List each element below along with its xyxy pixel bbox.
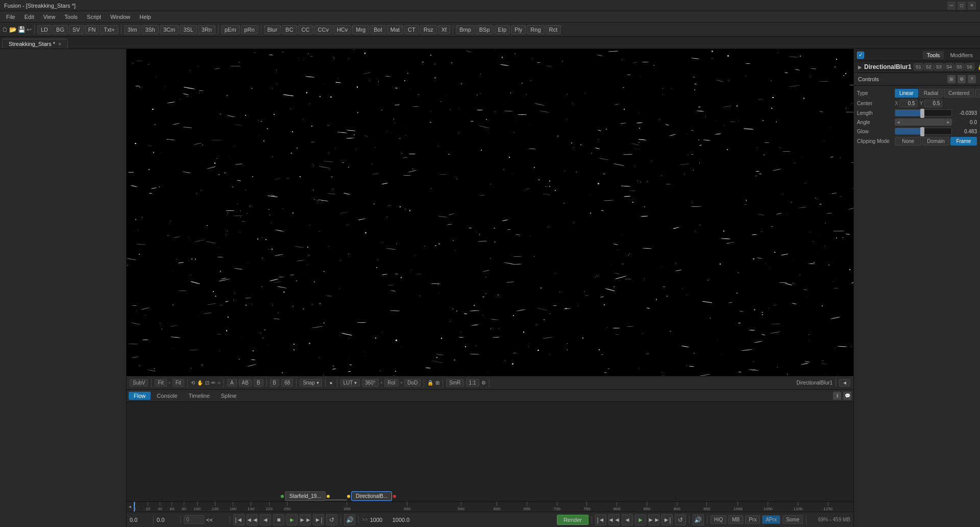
inspector-tab-modifiers[interactable]: Modifiers <box>946 51 977 59</box>
viewer-subv-btn[interactable]: SubV <box>130 379 148 387</box>
node-id-s2[interactable]: S2 <box>924 63 934 70</box>
viewer-transform-icon[interactable]: ⟲ <box>191 380 195 386</box>
new-icon[interactable]: 🗋 <box>2 26 8 33</box>
flow-icon-2[interactable]: 💬 <box>843 392 851 400</box>
toolbar-ccv[interactable]: CCv <box>314 25 332 34</box>
menu-script[interactable]: Script <box>83 13 105 21</box>
node-expand-icon[interactable]: ▶ <box>858 64 862 70</box>
toolbar-bmp[interactable]: Bmp <box>456 25 475 34</box>
transport-prev-frame-btn[interactable]: ◄◄ <box>247 514 258 525</box>
prx-btn[interactable]: Prx <box>745 515 760 524</box>
toolbar-3sh[interactable]: 3Sh <box>141 25 159 34</box>
viewer-360-btn[interactable]: 360° <box>362 379 379 387</box>
viewer-lut-btn[interactable]: LUT ▾ <box>340 379 360 387</box>
node-starfield-body[interactable]: Starfield_19... <box>285 491 326 501</box>
toolbar-hcv[interactable]: HCv <box>333 25 351 34</box>
type-btn-linear[interactable]: Linear <box>895 89 918 98</box>
menu-help[interactable]: Help <box>135 13 155 21</box>
viewer-draw-icon[interactable]: ✏ <box>211 380 215 386</box>
viewer-circle-icon[interactable]: ○ <box>217 380 220 386</box>
transport-stop-btn[interactable]: ■ <box>273 514 284 525</box>
toolbar-ld[interactable]: LD <box>37 25 52 34</box>
save-icon[interactable]: 💾 <box>18 26 26 33</box>
transport-frame-input[interactable] <box>184 515 204 524</box>
type-btn-zoom[interactable]: Zoom <box>975 89 980 98</box>
toolbar-3sl[interactable]: 3SL <box>180 25 197 34</box>
node-id-s4[interactable]: S4 <box>944 63 954 70</box>
toolbar-rsz[interactable]: Rsz <box>420 25 437 34</box>
nav-btn-4[interactable]: ► <box>635 514 646 525</box>
node-directionalblur-body[interactable]: DirectionalB... <box>351 491 392 501</box>
aprx-btn[interactable]: APrx <box>762 515 780 524</box>
center-x-val[interactable]: 0.5 <box>899 100 918 107</box>
controls-icon-2[interactable]: ⚙ <box>958 75 966 83</box>
transport-next-frame-btn[interactable]: ►► <box>300 514 311 525</box>
toolbar-bol[interactable]: BoI <box>370 25 386 34</box>
toolbar-ct[interactable]: CT <box>404 25 419 34</box>
transport-play-rev-btn[interactable]: ◄ <box>260 514 271 525</box>
toolbar-3rn[interactable]: 3Rn <box>198 25 215 34</box>
viewer-smr-btn[interactable]: SmR <box>446 379 463 387</box>
viewer-snap-btn[interactable]: Snap ▾ <box>300 379 322 387</box>
viewer-b2-btn[interactable]: B <box>270 379 280 387</box>
toolbar-pem[interactable]: pEm <box>221 25 240 34</box>
nav-btn-loop[interactable]: ↺ <box>675 514 686 525</box>
nav-btn-6[interactable]: ►| <box>662 514 673 525</box>
transport-to-end-btn[interactable]: ►| <box>313 514 324 525</box>
toolbar-sv[interactable]: SV <box>69 25 84 34</box>
maximize-btn[interactable]: □ <box>958 2 966 10</box>
hiq-btn[interactable]: HiQ <box>710 515 726 524</box>
viewer-lock-icon[interactable]: 🔒 <box>427 380 433 386</box>
toolbar-mrg[interactable]: Mrg <box>352 25 369 34</box>
toolbar-3im[interactable]: 3Im <box>124 25 140 34</box>
open-icon[interactable]: 📂 <box>9 26 17 33</box>
toolbar-xf[interactable]: Xf <box>438 25 450 34</box>
viewer-b-btn[interactable]: B <box>254 379 263 387</box>
viewer-dot-btn[interactable]: ● <box>329 380 334 386</box>
glow-slider[interactable] <box>895 128 952 135</box>
minimize-btn[interactable]: ─ <box>947 2 955 10</box>
transport-play-btn[interactable]: ► <box>286 514 298 525</box>
flow-tab-flow[interactable]: Flow <box>129 392 151 400</box>
toolbar-ply[interactable]: Ply <box>511 25 526 34</box>
viewer-fit2-btn[interactable]: Fit <box>173 379 184 387</box>
toolbar-elp[interactable]: EIp <box>495 25 510 34</box>
toolbar-blur[interactable]: Blur <box>264 25 281 34</box>
center-y-val[interactable]: 0.5 <box>924 100 942 107</box>
toolbar-fn[interactable]: FN <box>85 25 100 34</box>
viewer-collapse-btn[interactable]: ◄ <box>839 379 850 387</box>
node-id-s3[interactable]: S3 <box>934 63 944 70</box>
controls-icon-1[interactable]: ⊞ <box>947 75 955 83</box>
tab-close-btn[interactable]: × <box>58 41 61 47</box>
viewer-dod-btn[interactable]: DoD <box>404 379 421 387</box>
flow-tab-spline[interactable]: Spline <box>216 392 242 400</box>
menu-tools[interactable]: Tools <box>60 13 82 21</box>
clip-btn-frame[interactable]: Frame <box>950 137 977 146</box>
menu-window[interactable]: Window <box>106 13 134 21</box>
type-btn-radial[interactable]: Radial <box>919 89 943 98</box>
timeline-ruler[interactable]: 0204060801001301601902202503504505406006… <box>134 502 853 512</box>
toolbar-cc[interactable]: CC <box>298 25 313 34</box>
controls-icon-3[interactable]: ? <box>968 75 976 83</box>
toolbar-3cm[interactable]: 3Cm <box>160 25 179 34</box>
timeline-scroll-left[interactable]: ◄ <box>128 505 132 509</box>
node-id-s6[interactable]: S6 <box>965 63 974 70</box>
viewer-fit1-btn[interactable]: Fit <box>155 379 166 387</box>
length-slider[interactable] <box>895 109 952 116</box>
viewer-68-btn[interactable]: 68 <box>281 379 293 387</box>
nav-audio-btn[interactable]: 🔊 <box>693 514 704 525</box>
toolbar-bg[interactable]: BG <box>53 25 68 34</box>
viewer-hand-icon[interactable]: ✋ <box>197 380 203 386</box>
nav-btn-2[interactable]: ◄◄ <box>608 514 620 525</box>
transport-loop-btn[interactable]: ↺ <box>326 514 337 525</box>
toolbar-rng[interactable]: Rng <box>527 25 544 34</box>
render-button[interactable]: Render <box>557 515 589 525</box>
flow-icon-1[interactable]: ℹ <box>833 392 841 400</box>
flow-tab-console[interactable]: Console <box>152 392 182 400</box>
node-id-s1[interactable]: S1 <box>914 63 923 70</box>
nav-btn-5[interactable]: ►► <box>648 514 659 525</box>
toolbar-mat[interactable]: Mat <box>387 25 403 34</box>
menu-file[interactable]: File <box>2 13 19 21</box>
inspector-checkbox[interactable]: ✓ <box>857 52 864 59</box>
clip-btn-domain[interactable]: Domain <box>922 137 949 146</box>
